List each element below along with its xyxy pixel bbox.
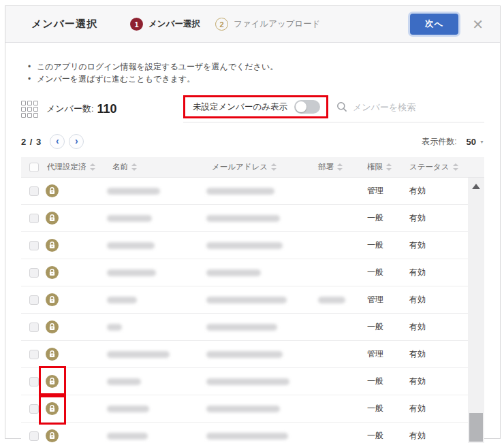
member-table: 代理設定済 名前 メールアドレス 部署 権限 — [21, 157, 484, 443]
blurred-name — [107, 269, 156, 276]
close-icon[interactable]: ✕ — [472, 18, 484, 31]
lock-icon — [46, 212, 59, 225]
status-value: 有効 — [409, 403, 426, 414]
row-checkbox[interactable] — [29, 323, 39, 332]
table-header-row: 代理設定済 名前 メールアドレス 部署 権限 — [21, 157, 484, 178]
dialog-body: このアプリのログイン情報を設定するユーザを選んでください。 メンバーを選ばずに進… — [5, 61, 500, 443]
status-value: 有効 — [409, 267, 426, 278]
instruction-item: このアプリのログイン情報を設定するユーザを選んでください。 — [28, 61, 484, 73]
table-rows: 管理 有効 一般 有効 — [21, 178, 484, 443]
step-1-member-select: 1 メンバー選択 — [130, 18, 200, 31]
table-row: 一般 有効 — [21, 259, 484, 286]
lock-icon — [46, 429, 59, 442]
column-header-name[interactable]: 名前 — [107, 162, 206, 172]
blurred-email — [206, 297, 287, 303]
sort-icon[interactable] — [337, 163, 343, 171]
member-count: メンバー数: 110 — [21, 101, 183, 118]
status-value: 有効 — [409, 348, 426, 360]
status-value: 有効 — [409, 430, 426, 442]
lock-icon — [46, 266, 59, 279]
lock-icon — [46, 348, 59, 361]
blurred-name — [107, 406, 149, 412]
unset-members-toggle-label: 未設定メンバーのみ表示 — [193, 101, 287, 113]
row-checkbox[interactable] — [29, 377, 39, 386]
step-1-circle: 1 — [130, 18, 143, 31]
select-all-checkbox[interactable] — [29, 163, 39, 172]
step-1-label: メンバー選択 — [148, 18, 200, 30]
sort-icon[interactable] — [271, 163, 277, 171]
scroll-up-arrow-icon[interactable] — [472, 184, 480, 189]
status-value: 有効 — [409, 294, 426, 306]
next-page-button[interactable]: › — [69, 134, 84, 149]
lock-icon — [46, 239, 59, 252]
row-checkbox[interactable] — [29, 268, 39, 278]
blurred-name — [107, 297, 137, 303]
chevron-down-icon: ▼ — [479, 139, 484, 144]
role-value: 一般 — [367, 212, 383, 224]
blurred-email — [206, 188, 274, 195]
dialog-header: メンバー選択 1 メンバー選択 2 ファイルアップロード 次へ ✕ — [5, 6, 500, 43]
role-value: 一般 — [367, 430, 383, 442]
blurred-name — [107, 378, 141, 385]
status-value: 有効 — [409, 240, 426, 251]
status-value: 有効 — [409, 376, 426, 387]
lock-icon — [46, 402, 59, 415]
role-value: 一般 — [367, 403, 383, 414]
toggle-knob — [296, 101, 306, 112]
prev-page-button[interactable]: ‹ — [50, 134, 65, 149]
blurred-email — [206, 269, 261, 276]
status-value: 有効 — [409, 321, 426, 333]
member-count-label: メンバー数: — [46, 103, 94, 115]
table-scrollbar[interactable] — [468, 178, 484, 443]
role-value: 管理 — [367, 294, 383, 306]
table-row: 一般 有効 — [21, 423, 484, 443]
step-indicator: 1 メンバー選択 2 ファイルアップロード — [130, 18, 321, 31]
column-header-department[interactable]: 部署 — [313, 162, 362, 172]
member-select-dialog: メンバー選択 1 メンバー選択 2 ファイルアップロード 次へ ✕ このアプリの… — [5, 5, 501, 439]
column-header-status[interactable]: ステータス — [404, 162, 484, 172]
column-header-proxy-set[interactable]: 代理設定済 — [42, 162, 107, 172]
role-value: 一般 — [367, 321, 383, 333]
column-header-email[interactable]: メールアドレス — [206, 162, 313, 172]
next-button[interactable]: 次へ — [410, 14, 458, 35]
sort-icon[interactable] — [131, 163, 137, 171]
member-count-value: 110 — [97, 102, 117, 116]
blurred-name — [107, 215, 152, 222]
status-value: 有効 — [409, 185, 426, 197]
blurred-name — [107, 242, 155, 249]
table-row: 一般 有効 — [21, 314, 484, 341]
row-checkbox[interactable] — [29, 350, 39, 359]
row-checkbox[interactable] — [29, 186, 39, 196]
table-row: 管理 有効 — [21, 341, 484, 368]
member-search — [335, 101, 484, 112]
page-size-selector[interactable]: 表示件数: 50 ▼ — [422, 136, 484, 148]
sort-icon[interactable] — [90, 163, 95, 171]
blurred-department — [318, 297, 345, 303]
sort-icon[interactable] — [386, 163, 392, 171]
table-row: 一般 有効 — [21, 395, 484, 423]
blurred-email — [206, 324, 277, 331]
row-checkbox[interactable] — [29, 404, 39, 414]
role-value: 一般 — [367, 267, 383, 278]
lock-icon — [46, 375, 59, 388]
unset-members-toggle[interactable] — [294, 100, 320, 114]
search-input[interactable] — [353, 102, 484, 112]
row-checkbox[interactable] — [29, 295, 39, 305]
row-checkbox[interactable] — [29, 241, 39, 250]
blurred-name — [107, 188, 160, 195]
annotation-red-box-toggle: 未設定メンバーのみ表示 — [183, 95, 328, 118]
instruction-list: このアプリのログイン情報を設定するユーザを選んでください。 メンバーを選ばずに進… — [28, 61, 484, 85]
table-row: 一般 有効 — [21, 368, 484, 395]
table-row: 一般 有効 — [21, 205, 484, 232]
row-checkbox[interactable] — [29, 431, 39, 441]
blurred-email — [206, 242, 283, 249]
column-header-role[interactable]: 権限 — [362, 162, 404, 172]
blurred-name — [107, 351, 170, 358]
row-checkbox[interactable] — [29, 214, 39, 223]
sort-icon[interactable] — [453, 163, 458, 171]
scrollbar-thumb[interactable] — [469, 413, 483, 442]
blurred-email — [206, 378, 289, 385]
step-2-label: ファイルアップロード — [234, 18, 321, 30]
lock-icon — [46, 320, 59, 333]
step-2-circle: 2 — [215, 18, 228, 31]
